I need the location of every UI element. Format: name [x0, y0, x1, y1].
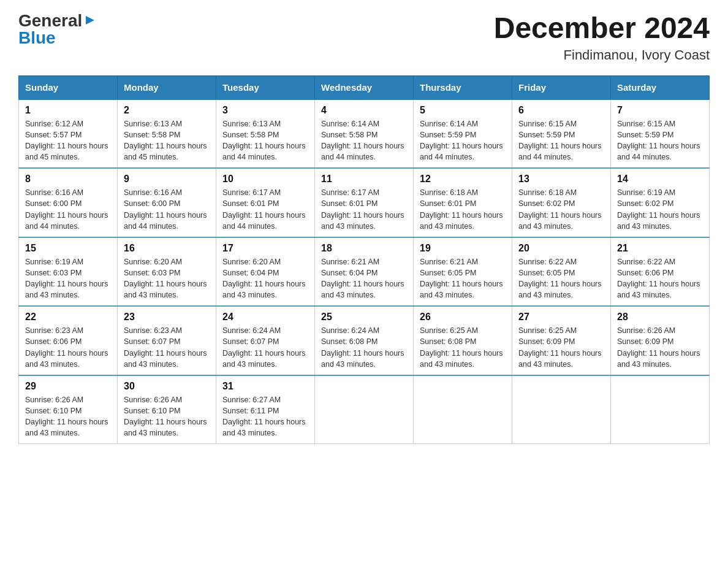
logo: General Blue: [18, 12, 97, 47]
daylight-text-cont: and 44 minutes.: [420, 151, 506, 163]
sunset-text: Sunset: 6:03 PM: [124, 267, 210, 278]
day-info: Sunrise: 6:20 AMSunset: 6:03 PMDaylight:…: [124, 256, 210, 301]
daylight-text-cont: and 45 minutes.: [124, 151, 210, 163]
daylight-text-cont: and 43 minutes.: [124, 289, 210, 301]
day-number: 26: [420, 312, 506, 323]
day-number: 14: [617, 174, 703, 185]
sunrise-text: Sunrise: 6:24 AM: [321, 325, 407, 336]
table-row: 11Sunrise: 6:17 AMSunset: 6:01 PMDayligh…: [315, 168, 414, 237]
daylight-text-cont: and 43 minutes.: [124, 359, 210, 370]
day-number: 11: [321, 174, 407, 185]
daylight-text: Daylight: 11 hours hours: [25, 278, 111, 289]
daylight-text: Daylight: 11 hours hours: [124, 210, 210, 221]
daylight-text-cont: and 44 minutes.: [25, 221, 111, 232]
table-row: 10Sunrise: 6:17 AMSunset: 6:01 PMDayligh…: [216, 168, 315, 237]
day-number: 3: [222, 105, 308, 116]
daylight-text: Daylight: 11 hours hours: [124, 416, 210, 427]
header-sunday: Sunday: [19, 75, 118, 99]
day-info: Sunrise: 6:23 AMSunset: 6:06 PMDaylight:…: [25, 325, 111, 370]
sunrise-text: Sunrise: 6:13 AM: [124, 118, 210, 129]
day-info: Sunrise: 6:25 AMSunset: 6:09 PMDaylight:…: [518, 325, 604, 370]
daylight-text: Daylight: 11 hours hours: [25, 416, 111, 427]
sunset-text: Sunset: 6:06 PM: [617, 267, 703, 278]
header-tuesday: Tuesday: [216, 75, 315, 99]
day-number: 31: [222, 381, 308, 392]
sunrise-text: Sunrise: 6:25 AM: [518, 325, 604, 336]
daylight-text-cont: and 43 minutes.: [617, 221, 703, 232]
daylight-text-cont: and 43 minutes.: [518, 289, 604, 301]
sunset-text: Sunset: 6:05 PM: [420, 267, 506, 278]
day-info: Sunrise: 6:18 AMSunset: 6:01 PMDaylight:…: [420, 187, 506, 232]
sunset-text: Sunset: 6:10 PM: [25, 405, 111, 416]
day-info: Sunrise: 6:16 AMSunset: 6:00 PMDaylight:…: [25, 187, 111, 232]
day-number: 13: [518, 174, 604, 185]
day-info: Sunrise: 6:14 AMSunset: 5:59 PMDaylight:…: [420, 118, 506, 163]
sunrise-text: Sunrise: 6:17 AM: [321, 187, 407, 198]
daylight-text: Daylight: 11 hours hours: [25, 140, 111, 151]
sunset-text: Sunset: 5:59 PM: [518, 129, 604, 140]
daylight-text: Daylight: 11 hours hours: [25, 210, 111, 221]
header-monday: Monday: [118, 75, 216, 99]
week-row-3: 15Sunrise: 6:19 AMSunset: 6:03 PMDayligh…: [19, 237, 710, 307]
sunset-text: Sunset: 6:06 PM: [25, 336, 111, 347]
sunrise-text: Sunrise: 6:17 AM: [222, 187, 308, 198]
sunset-text: Sunset: 6:09 PM: [617, 336, 703, 347]
table-row: 22Sunrise: 6:23 AMSunset: 6:06 PMDayligh…: [19, 306, 118, 375]
daylight-text-cont: and 43 minutes.: [222, 289, 308, 301]
daylight-text: Daylight: 11 hours hours: [222, 416, 308, 427]
daylight-text: Daylight: 11 hours hours: [617, 210, 703, 221]
sunset-text: Sunset: 5:59 PM: [420, 129, 506, 140]
day-info: Sunrise: 6:13 AMSunset: 5:58 PMDaylight:…: [124, 118, 210, 163]
daylight-text: Daylight: 11 hours hours: [222, 348, 308, 359]
table-row: 7Sunrise: 6:15 AMSunset: 5:59 PMDaylight…: [611, 99, 710, 169]
sunset-text: Sunset: 5:57 PM: [25, 129, 111, 140]
day-number: 1: [25, 105, 111, 116]
daylight-text: Daylight: 11 hours hours: [420, 210, 506, 221]
sunset-text: Sunset: 6:11 PM: [222, 405, 308, 416]
table-row: 12Sunrise: 6:18 AMSunset: 6:01 PMDayligh…: [414, 168, 512, 237]
daylight-text: Daylight: 11 hours hours: [124, 140, 210, 151]
sunrise-text: Sunrise: 6:16 AM: [124, 187, 210, 198]
table-row: [611, 375, 710, 444]
day-number: 25: [321, 312, 407, 323]
daylight-text-cont: and 43 minutes.: [617, 359, 703, 370]
week-row-1: 1Sunrise: 6:12 AMSunset: 5:57 PMDaylight…: [19, 99, 710, 169]
daylight-text: Daylight: 11 hours hours: [617, 278, 703, 289]
daylight-text: Daylight: 11 hours hours: [321, 140, 407, 151]
sunset-text: Sunset: 6:01 PM: [420, 198, 506, 209]
daylight-text: Daylight: 11 hours hours: [124, 348, 210, 359]
sunset-text: Sunset: 5:59 PM: [617, 129, 703, 140]
daylight-text-cont: and 43 minutes.: [25, 289, 111, 301]
sunrise-text: Sunrise: 6:14 AM: [420, 118, 506, 129]
sunrise-text: Sunrise: 6:22 AM: [617, 256, 703, 267]
table-row: [414, 375, 512, 444]
week-row-4: 22Sunrise: 6:23 AMSunset: 6:06 PMDayligh…: [19, 306, 710, 375]
day-info: Sunrise: 6:17 AMSunset: 6:01 PMDaylight:…: [222, 187, 308, 232]
day-number: 12: [420, 174, 506, 185]
daylight-text: Daylight: 11 hours hours: [124, 278, 210, 289]
sunrise-text: Sunrise: 6:21 AM: [420, 256, 506, 267]
sunrise-text: Sunrise: 6:19 AM: [25, 256, 111, 267]
day-info: Sunrise: 6:27 AMSunset: 6:11 PMDaylight:…: [222, 394, 308, 439]
sunset-text: Sunset: 6:08 PM: [420, 336, 506, 347]
sunset-text: Sunset: 6:10 PM: [124, 405, 210, 416]
day-info: Sunrise: 6:23 AMSunset: 6:07 PMDaylight:…: [124, 325, 210, 370]
day-number: 7: [617, 105, 703, 116]
daylight-text: Daylight: 11 hours hours: [222, 140, 308, 151]
day-info: Sunrise: 6:22 AMSunset: 6:05 PMDaylight:…: [518, 256, 604, 301]
sunrise-text: Sunrise: 6:26 AM: [124, 394, 210, 405]
sunset-text: Sunset: 6:01 PM: [321, 198, 407, 209]
sunrise-text: Sunrise: 6:12 AM: [25, 118, 111, 129]
daylight-text-cont: and 43 minutes.: [321, 359, 407, 370]
day-number: 5: [420, 105, 506, 116]
day-number: 16: [124, 243, 210, 254]
daylight-text: Daylight: 11 hours hours: [321, 210, 407, 221]
day-number: 30: [124, 381, 210, 392]
sunset-text: Sunset: 6:03 PM: [25, 267, 111, 278]
logo-general: General: [18, 12, 82, 29]
sunrise-text: Sunrise: 6:26 AM: [25, 394, 111, 405]
table-row: 26Sunrise: 6:25 AMSunset: 6:08 PMDayligh…: [414, 306, 512, 375]
daylight-text: Daylight: 11 hours hours: [420, 140, 506, 151]
daylight-text: Daylight: 11 hours hours: [222, 278, 308, 289]
day-info: Sunrise: 6:18 AMSunset: 6:02 PMDaylight:…: [518, 187, 604, 232]
